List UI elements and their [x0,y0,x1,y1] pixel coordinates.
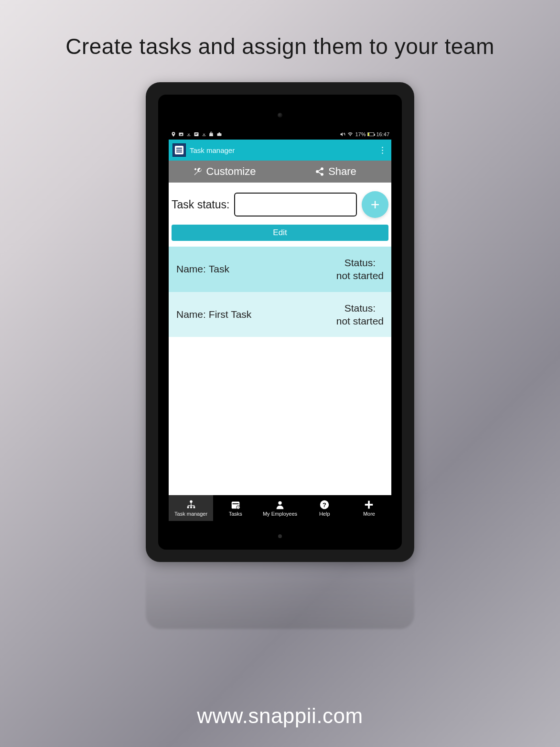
task-row[interactable]: Name: Task Status: not started [169,247,391,292]
nav-label: Tasks [229,511,242,517]
location-icon [171,131,176,137]
svg-point-15 [278,501,281,505]
svg-rect-10 [187,507,189,509]
task-status-value: not started [336,269,384,282]
task-status-label: Status: [345,256,376,269]
tablet-reflection [146,562,414,629]
toolbar: Customize Share [169,161,391,183]
app-bar: Task manager [169,140,391,161]
overflow-menu-icon[interactable] [382,147,385,154]
download-icon-2 [201,131,207,137]
page-headline: Create tasks and assign them to your tea… [0,33,560,59]
filter-row: Task status: + [169,183,391,223]
nav-employees[interactable]: My Employees [258,495,302,521]
calendar-icon [230,499,241,510]
status-bar-right: 17% 16:47 [340,131,389,137]
tablet-camera [278,113,282,118]
app-bar-title: Task manager [190,146,378,154]
tablet-frame: 17% 16:47 Task manager Customi [146,82,414,562]
mute-icon [340,131,345,137]
task-name: Task [209,263,229,275]
plus-icon [364,499,374,510]
share-icon [315,167,324,176]
page-footer: www.snappii.com [0,704,560,728]
clock: 16:47 [376,131,389,137]
task-status-value: not started [336,314,384,327]
svg-rect-2 [217,133,222,136]
task-name-label: Name: [176,263,206,275]
clipboard-icon [175,146,183,154]
share-button[interactable]: Share [280,161,391,183]
nav-tasks[interactable]: Tasks [213,495,258,521]
hierarchy-icon [186,499,196,510]
task-list: Name: Task Status: not started Name: Fir… [169,247,391,337]
device-screen: 17% 16:47 Task manager Customi [169,129,391,521]
task-name: First Task [209,309,251,320]
tablet-home-dot [278,534,282,538]
tablet-inner: 17% 16:47 Task manager Customi [158,95,402,550]
task-status-label: Status: [345,302,376,314]
svg-text:?: ? [323,501,326,509]
customize-label: Customize [206,165,256,178]
app-icon[interactable] [172,143,186,157]
nav-help[interactable]: ? Help [302,495,347,521]
svg-rect-12 [193,507,195,509]
task-status-label: Task status: [172,198,229,211]
task-row[interactable]: Name: First Task Status: not started [169,292,391,337]
nav-label: Help [319,511,330,517]
share-label: Share [328,165,356,178]
person-icon [275,499,285,510]
wifi-icon [347,131,353,137]
nav-label: Task manager [174,511,207,517]
add-task-button[interactable]: + [362,191,388,218]
battery-percent: 17% [355,131,366,137]
nav-task-manager[interactable]: Task manager [169,495,213,521]
svg-point-9 [190,500,193,503]
battery-icon [367,132,374,136]
shop-icon [209,131,215,137]
svg-rect-19 [365,504,373,506]
android-status-bar: 17% 16:47 [169,129,391,140]
briefcase-icon [216,131,222,137]
inbox-icon [194,131,199,137]
nav-more[interactable]: More [347,495,391,521]
task-name-label: Name: [176,309,206,320]
image-icon [178,131,184,137]
svg-line-8 [318,172,322,174]
status-bar-left [171,131,222,137]
content-area: Task status: + Edit Name: Task Status: n… [169,183,391,495]
edit-button[interactable]: Edit [172,225,388,241]
help-icon: ? [319,499,330,510]
svg-rect-11 [190,507,192,509]
bottom-nav: Task manager Tasks My Employees ? Help M… [169,495,391,521]
svg-line-7 [318,169,322,171]
task-status-input[interactable] [234,193,357,217]
download-icon [186,131,192,137]
svg-rect-0 [179,133,183,136]
wrench-icon [193,167,203,176]
nav-label: My Employees [263,511,297,517]
customize-button[interactable]: Customize [169,161,280,183]
nav-label: More [363,511,375,517]
